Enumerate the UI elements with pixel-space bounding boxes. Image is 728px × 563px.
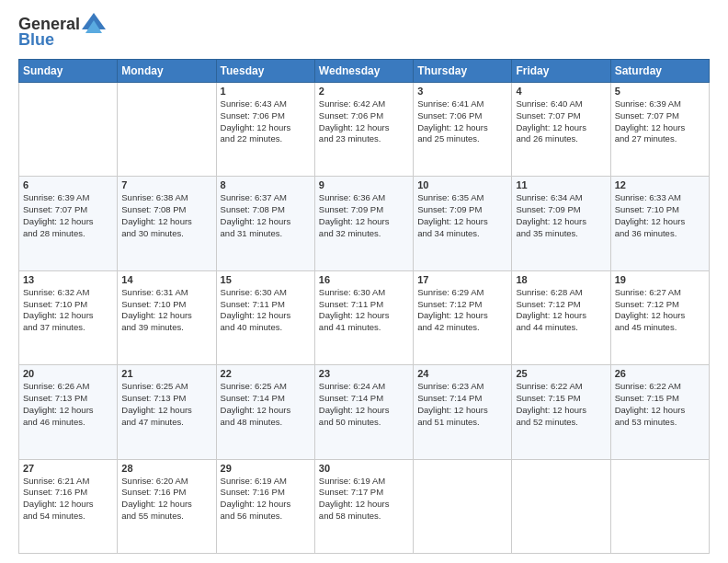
cell-info: Sunrise: 6:35 AM Sunset: 7:09 PM Dayligh… [417,192,507,239]
cell-info: Sunrise: 6:40 AM Sunset: 7:07 PM Dayligh… [516,98,606,145]
cell-day-number: 13 [23,274,113,285]
cell-day-number: 6 [23,179,113,190]
calendar-cell: 11Sunrise: 6:34 AM Sunset: 7:09 PM Dayli… [512,177,610,270]
cell-info: Sunrise: 6:23 AM Sunset: 7:14 PM Dayligh… [417,381,507,428]
header: General Blue [18,15,710,50]
calendar-cell: 13Sunrise: 6:32 AM Sunset: 7:10 PM Dayli… [19,270,118,364]
cell-info: Sunrise: 6:30 AM Sunset: 7:11 PM Dayligh… [319,287,409,334]
cell-info: Sunrise: 6:34 AM Sunset: 7:09 PM Dayligh… [516,192,606,239]
calendar-cell: 29Sunrise: 6:19 AM Sunset: 7:16 PM Dayli… [216,459,314,553]
calendar-cell: 4Sunrise: 6:40 AM Sunset: 7:07 PM Daylig… [512,83,610,177]
cell-info: Sunrise: 6:28 AM Sunset: 7:12 PM Dayligh… [516,287,606,334]
calendar-cell: 9Sunrise: 6:36 AM Sunset: 7:09 PM Daylig… [314,177,413,270]
cell-info: Sunrise: 6:31 AM Sunset: 7:10 PM Dayligh… [121,287,211,334]
cell-info: Sunrise: 6:25 AM Sunset: 7:13 PM Dayligh… [121,381,211,428]
calendar-cell: 17Sunrise: 6:29 AM Sunset: 7:12 PM Dayli… [414,270,512,364]
cell-day-number: 30 [319,463,409,474]
calendar-cell: 23Sunrise: 6:24 AM Sunset: 7:14 PM Dayli… [314,365,413,459]
cell-info: Sunrise: 6:39 AM Sunset: 7:07 PM Dayligh… [23,192,113,239]
col-header-sunday: Sunday [19,60,118,83]
cell-info: Sunrise: 6:39 AM Sunset: 7:07 PM Dayligh… [615,98,705,145]
cell-info: Sunrise: 6:26 AM Sunset: 7:13 PM Dayligh… [23,381,113,428]
cell-info: Sunrise: 6:38 AM Sunset: 7:08 PM Dayligh… [121,192,211,239]
cell-day-number: 14 [121,274,211,285]
cell-info: Sunrise: 6:27 AM Sunset: 7:12 PM Dayligh… [615,287,705,334]
calendar-cell: 30Sunrise: 6:19 AM Sunset: 7:17 PM Dayli… [314,459,413,553]
calendar-cell: 27Sunrise: 6:21 AM Sunset: 7:16 PM Dayli… [19,459,118,553]
week-row-5: 27Sunrise: 6:21 AM Sunset: 7:16 PM Dayli… [19,459,710,553]
calendar-cell: 16Sunrise: 6:30 AM Sunset: 7:11 PM Dayli… [314,270,413,364]
cell-day-number: 9 [319,179,409,190]
cell-day-number: 10 [417,179,507,190]
cell-info: Sunrise: 6:22 AM Sunset: 7:15 PM Dayligh… [615,381,705,428]
cell-day-number: 11 [516,179,606,190]
cell-info: Sunrise: 6:29 AM Sunset: 7:12 PM Dayligh… [417,287,507,334]
cell-info: Sunrise: 6:24 AM Sunset: 7:14 PM Dayligh… [319,381,409,428]
col-header-saturday: Saturday [610,60,709,83]
calendar-cell: 8Sunrise: 6:37 AM Sunset: 7:08 PM Daylig… [216,177,314,270]
calendar-cell: 26Sunrise: 6:22 AM Sunset: 7:15 PM Dayli… [610,365,709,459]
calendar-cell: 3Sunrise: 6:41 AM Sunset: 7:06 PM Daylig… [414,83,512,177]
calendar-cell: 1Sunrise: 6:43 AM Sunset: 7:06 PM Daylig… [216,83,314,177]
calendar-cell: 18Sunrise: 6:28 AM Sunset: 7:12 PM Dayli… [512,270,610,364]
cell-day-number: 24 [417,368,507,379]
cell-info: Sunrise: 6:21 AM Sunset: 7:16 PM Dayligh… [23,476,113,523]
col-header-tuesday: Tuesday [216,60,314,83]
cell-info: Sunrise: 6:41 AM Sunset: 7:06 PM Dayligh… [417,98,507,145]
cell-info: Sunrise: 6:42 AM Sunset: 7:06 PM Dayligh… [319,98,409,145]
cell-day-number: 5 [615,86,705,97]
calendar-cell: 28Sunrise: 6:20 AM Sunset: 7:16 PM Dayli… [118,459,216,553]
calendar-cell: 15Sunrise: 6:30 AM Sunset: 7:11 PM Dayli… [216,270,314,364]
calendar-table: SundayMondayTuesdayWednesdayThursdayFrid… [18,59,710,554]
calendar-cell: 22Sunrise: 6:25 AM Sunset: 7:14 PM Dayli… [216,365,314,459]
cell-day-number: 26 [615,368,705,379]
cell-day-number: 19 [615,274,705,285]
cell-day-number: 25 [516,368,606,379]
col-header-friday: Friday [512,60,610,83]
calendar-cell: 14Sunrise: 6:31 AM Sunset: 7:10 PM Dayli… [118,270,216,364]
calendar-cell [512,459,610,553]
calendar-cell: 25Sunrise: 6:22 AM Sunset: 7:15 PM Dayli… [512,365,610,459]
col-header-monday: Monday [118,60,216,83]
calendar-cell: 19Sunrise: 6:27 AM Sunset: 7:12 PM Dayli… [610,270,709,364]
cell-info: Sunrise: 6:32 AM Sunset: 7:10 PM Dayligh… [23,287,113,334]
week-row-2: 6Sunrise: 6:39 AM Sunset: 7:07 PM Daylig… [19,177,710,270]
week-row-3: 13Sunrise: 6:32 AM Sunset: 7:10 PM Dayli… [19,270,710,364]
cell-day-number: 12 [615,179,705,190]
cell-day-number: 29 [221,463,311,474]
cell-info: Sunrise: 6:22 AM Sunset: 7:15 PM Dayligh… [516,381,606,428]
cell-day-number: 23 [319,368,409,379]
week-row-4: 20Sunrise: 6:26 AM Sunset: 7:13 PM Dayli… [19,365,710,459]
cell-day-number: 21 [121,368,211,379]
cell-day-number: 1 [221,86,311,97]
calendar-cell: 6Sunrise: 6:39 AM Sunset: 7:07 PM Daylig… [19,177,118,270]
cell-info: Sunrise: 6:25 AM Sunset: 7:14 PM Dayligh… [221,381,311,428]
calendar-cell: 24Sunrise: 6:23 AM Sunset: 7:14 PM Dayli… [414,365,512,459]
cell-day-number: 18 [516,274,606,285]
calendar-cell [118,83,216,177]
page: General Blue SundayMondayTuesdayWednesda… [0,0,728,563]
cell-day-number: 28 [121,463,211,474]
cell-day-number: 7 [121,179,211,190]
col-header-wednesday: Wednesday [314,60,413,83]
calendar-cell: 21Sunrise: 6:25 AM Sunset: 7:13 PM Dayli… [118,365,216,459]
cell-info: Sunrise: 6:43 AM Sunset: 7:06 PM Dayligh… [221,98,311,145]
calendar-cell [19,83,118,177]
cell-day-number: 3 [417,86,507,97]
cell-day-number: 22 [221,368,311,379]
calendar-cell [414,459,512,553]
cell-info: Sunrise: 6:19 AM Sunset: 7:17 PM Dayligh… [319,476,409,523]
col-header-thursday: Thursday [414,60,512,83]
cell-info: Sunrise: 6:33 AM Sunset: 7:10 PM Dayligh… [615,192,705,239]
calendar-cell: 5Sunrise: 6:39 AM Sunset: 7:07 PM Daylig… [610,83,709,177]
cell-day-number: 2 [319,86,409,97]
cell-day-number: 27 [23,463,113,474]
calendar-cell: 20Sunrise: 6:26 AM Sunset: 7:13 PM Dayli… [19,365,118,459]
cell-day-number: 16 [319,274,409,285]
cell-info: Sunrise: 6:36 AM Sunset: 7:09 PM Dayligh… [319,192,409,239]
calendar-cell: 12Sunrise: 6:33 AM Sunset: 7:10 PM Dayli… [610,177,709,270]
cell-day-number: 4 [516,86,606,97]
cell-day-number: 8 [221,179,311,190]
cell-info: Sunrise: 6:20 AM Sunset: 7:16 PM Dayligh… [121,476,211,523]
header-row: SundayMondayTuesdayWednesdayThursdayFrid… [19,60,710,83]
